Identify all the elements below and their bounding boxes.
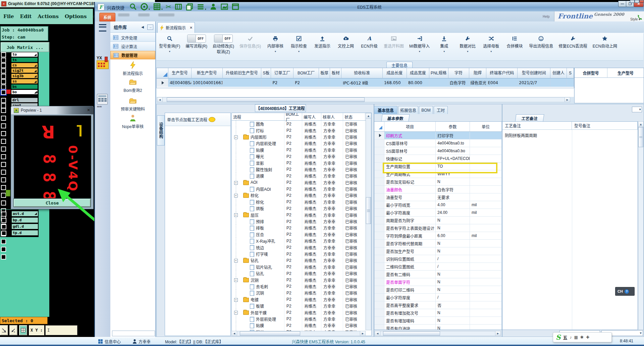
toolbar-button-启动修改E[interactable]: OFF启动修改(E)取消(Z) bbox=[210, 33, 237, 54]
scroll-thumb[interactable] bbox=[638, 127, 643, 147]
tree-row-棕化[interactable]: −棕化P2肖维杰方幸幸已审核 bbox=[232, 192, 371, 198]
tab-basic-params[interactable]: 基本参数 bbox=[381, 114, 410, 121]
tree-row-内层AOI[interactable]: 内层AOIP2肖维杰方幸幸已审核 bbox=[232, 186, 371, 192]
column-header-10[interactable]: 成品宽度 bbox=[407, 68, 429, 78]
toolbar-button-合拼模块[interactable]: 合拼模块 bbox=[503, 33, 526, 49]
param-row-识别码位置图纸[interactable]: 识别码位置图纸/ bbox=[374, 255, 502, 263]
column-header-7[interactable]: 板材 bbox=[330, 68, 341, 78]
outer-maximize-button[interactable] bbox=[635, 0, 639, 3]
tree-row-圆角[interactable]: 圆角P2肖维杰方幸幸已审核 bbox=[232, 121, 371, 127]
tree-row-烘板[interactable]: 烘板P2肖维杰方幸幸已审核 bbox=[232, 205, 371, 212]
column-header-12[interactable]: 字符 bbox=[448, 68, 469, 78]
dropdown-caret-icon[interactable]: ▾ bbox=[467, 50, 468, 53]
param-row-是否单面字符[interactable]: 是否单面字符N bbox=[374, 278, 502, 286]
ime-toolbox-icon[interactable]: ✱ bbox=[580, 335, 584, 340]
tree-row-外层前处理[interactable]: 外层前处理P2肖维杰方幸幸已审核 bbox=[232, 316, 371, 322]
tree-collapse-icon[interactable]: − bbox=[234, 181, 238, 185]
minimize-button[interactable]: — bbox=[618, 1, 627, 7]
sidebar-tool-1[interactable]: Bom查询2 bbox=[110, 78, 155, 93]
side-column-header-0[interactable]: 合拼型号 bbox=[575, 68, 607, 78]
menu-actions[interactable]: Actions bbox=[38, 13, 59, 19]
tab-拓展信息[interactable]: 拓展信息 bbox=[398, 106, 418, 114]
scroll-thumb[interactable] bbox=[366, 197, 371, 224]
column-header-9[interactable]: 成品长度 bbox=[383, 68, 407, 78]
dropdown-caret-icon[interactable]: ▾ bbox=[169, 50, 170, 53]
sidebar-tool-2[interactable]: 预审关键物料 bbox=[110, 97, 155, 112]
column-header-6[interactable]: 板厚 bbox=[319, 68, 330, 78]
param-row-快捷标记[interactable]: 快捷标记FP+UL+DATECODE bbox=[374, 155, 502, 163]
param-row-是否有增加唛码[interactable]: 是否有增加唛码N bbox=[374, 317, 502, 325]
canvas-checkbox[interactable] bbox=[1, 170, 6, 175]
tree-row-棕化[interactable]: 棕化P2肖维杰方幸幸已审核 bbox=[232, 199, 371, 205]
param-row-是否有白油块[interactable]: 是否有白油块N bbox=[374, 325, 502, 330]
tree-collapse-icon[interactable]: − bbox=[234, 311, 238, 314]
layer-visibility-checkbox[interactable] bbox=[1, 79, 6, 84]
tree-row-板镀[interactable]: 板镀P2肖维杰方幸幸已审核 bbox=[232, 303, 371, 309]
tree-row-预排[interactable]: 预排P2肖维杰方幸幸已审核 bbox=[232, 218, 371, 225]
tree-collapse-icon[interactable]: − bbox=[234, 194, 238, 197]
param-row-字符到焊盘最小距离[interactable]: 字符到焊盘最小距离6.00mil bbox=[374, 232, 502, 240]
tab-close-icon[interactable]: ✕ bbox=[190, 26, 193, 30]
tree-row-层压[interactable]: −层压P2肖维杰方幸幸已审核 bbox=[232, 212, 371, 218]
popview-titlebar[interactable]: ✕ Popview - 1 ✕ bbox=[11, 106, 93, 114]
param-row-最小字符厚度[interactable]: 最小字符厚度/ bbox=[374, 294, 502, 301]
collapse-left-icon[interactable]: ◀ bbox=[141, 25, 144, 29]
system-tab[interactable]: 系统 bbox=[99, 13, 115, 21]
param-row-生产周期位置[interactable]: 生产周期位置TO bbox=[374, 163, 502, 170]
tree-column-4[interactable]: 状态 bbox=[343, 113, 365, 120]
detail-column-0[interactable]: 项目 bbox=[384, 122, 436, 131]
dropdown-caret-icon[interactable]: ▾ bbox=[443, 50, 445, 53]
sidebar-item-0[interactable]: 文件处理 bbox=[110, 34, 155, 42]
param-row-是否字符框代替周期[interactable]: 是否字符框代替周期N bbox=[374, 240, 502, 247]
canvas-checkbox[interactable] bbox=[1, 200, 6, 206]
process-flow-tree[interactable]: 流程BOM工厂编写人核审人状态圆角P2肖维杰方幸幸已审核打标P2肖维杰方幸幸已审… bbox=[231, 113, 372, 336]
toolbar-button-ECN自动上网[interactable]: ECN自动上网 bbox=[590, 33, 620, 49]
side-column-header-1[interactable]: 生产型号 bbox=[607, 68, 644, 78]
tab-new-flow-instruction[interactable]: 新流程指示 ✕ bbox=[157, 22, 195, 33]
param-row-油墨型号[interactable]: 油墨型号无要求 bbox=[374, 193, 502, 201]
file-checkbox[interactable] bbox=[1, 224, 6, 229]
tree-column-0[interactable]: 流程 bbox=[232, 113, 284, 120]
param-row-二维码位置图纸[interactable]: 二维码位置图纸/ bbox=[374, 263, 502, 271]
tree-row-钻孔[interactable]: 钻孔P2肖维杰方幸幸已审核 bbox=[232, 270, 371, 277]
tree-row-沉铜[interactable]: 沉铜P2肖维杰方幸幸已审核 bbox=[232, 290, 371, 296]
toolbar-button-集成[interactable]: 集成▾ bbox=[432, 33, 456, 53]
canvas-checkbox[interactable] bbox=[1, 131, 6, 136]
canvas-checkbox[interactable] bbox=[1, 162, 6, 167]
tree-column-1[interactable]: BOM工厂 bbox=[284, 113, 302, 120]
toolbar-button-文控上网[interactable]: 文控上网 bbox=[334, 33, 358, 49]
scroll-right-icon[interactable]: ▶ bbox=[565, 98, 570, 102]
param-row-是否加生产型号[interactable]: 是否加生产型号N bbox=[374, 247, 502, 255]
ime-toolbar[interactable]: S 五 ♪ ▦ ✱ ✚ bbox=[553, 332, 612, 342]
layer-visibility-checkbox[interactable] bbox=[1, 98, 6, 103]
tree-row-贴膜[interactable]: 贴膜P2肖维杰方幸幸已审核 bbox=[232, 147, 371, 153]
param-row-是否打印二维码[interactable]: 是否打印二维码N bbox=[374, 286, 502, 294]
canvas-checkbox[interactable] bbox=[1, 139, 6, 144]
main-table-hscrollbar[interactable]: ◀ ▶ bbox=[157, 97, 570, 102]
measure-angle-button[interactable]: x bbox=[9, 325, 17, 335]
layer-visibility-checkbox[interactable] bbox=[1, 52, 6, 57]
ime-mode-label[interactable]: 五 bbox=[563, 334, 567, 341]
scroll-right-icon[interactable]: ▶ bbox=[360, 331, 365, 336]
outer-minimize-button[interactable] bbox=[630, 0, 635, 3]
scroll-up-icon[interactable]: ▲ bbox=[366, 113, 371, 119]
param-row-生产周期格式[interactable]: 生产周期格式WWYY bbox=[374, 170, 502, 178]
canvas-checkbox[interactable] bbox=[1, 239, 6, 244]
notes-vscrollbar[interactable]: ▲ bbox=[638, 121, 644, 330]
tab-process-notes[interactable]: 工艺备注 bbox=[515, 114, 544, 121]
dropdown-caret-icon[interactable]: ▾ bbox=[275, 50, 276, 53]
toolbar-button-导出流程信息[interactable]: 导出流程信息 bbox=[526, 33, 556, 49]
scroll-up-icon[interactable]: ▲ bbox=[638, 122, 643, 127]
measure-tool-button[interactable] bbox=[0, 325, 8, 335]
toolbar-button-选择母板[interactable]: 选择母板▾ bbox=[479, 33, 503, 53]
tree-hscrollbar[interactable]: ◀ ▶ bbox=[231, 331, 366, 336]
param-row-是否有字符上表面处理设计[interactable]: 是否有字符上表面处理设计N bbox=[374, 224, 502, 232]
help-question-icon[interactable]: ? bbox=[625, 289, 629, 294]
param-row-印刷方式[interactable]: 印刷方式打印字符 bbox=[374, 132, 502, 139]
column-header-17[interactable]: S bbox=[567, 68, 574, 78]
tree-row-沉铜[interactable]: −沉铜P2肖维杰方幸幸已审核 bbox=[232, 277, 371, 283]
tree-row-铝片钻孔[interactable]: 铝片钻孔P2肖维杰方幸幸已审核 bbox=[232, 264, 371, 270]
tree-row-排板[interactable]: 排板P2肖维杰方幸幸已审核 bbox=[232, 225, 371, 231]
scroll-left-icon[interactable]: ◀ bbox=[375, 331, 380, 336]
toolbar-button-修复ECN丢流程[interactable]: 修复ECN丢流程 bbox=[556, 33, 590, 49]
